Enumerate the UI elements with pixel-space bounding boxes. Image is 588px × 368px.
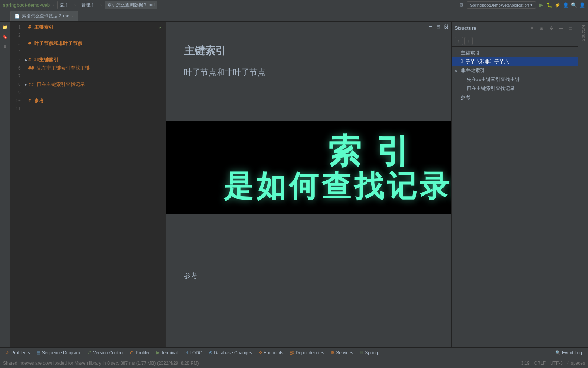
- tab-close-button[interactable]: ×: [72, 14, 74, 18]
- tree-item-reference[interactable]: 参考: [452, 93, 578, 102]
- code-line-5: 5 ▸ # 非主键索引: [10, 56, 166, 64]
- tree-item-primary-key[interactable]: 主键索引: [452, 48, 578, 57]
- structure-tree: 主键索引 叶子节点和非叶子节点 ∨ 非主键索引 先在非主键索引查找主键 再在主键…: [452, 47, 578, 347]
- tree-item-leaf-node[interactable]: 叶子节点和非叶子节点: [452, 57, 578, 66]
- structure-action-minimize[interactable]: —: [557, 24, 565, 32]
- line-content-10: # 参考: [28, 97, 164, 104]
- preview-list-icon[interactable]: ☰: [428, 24, 434, 30]
- statusbar-crlf: CRLF: [530, 361, 546, 366]
- tab-label: 索引怎么查询数据？.md: [22, 13, 69, 19]
- search-button[interactable]: 🔍: [571, 2, 577, 8]
- bottom-tab-sequence[interactable]: ▤ Sequence Diagram: [34, 349, 83, 356]
- terminal-icon: ▶: [156, 350, 159, 355]
- code-lines: 1 # 主键索引 ✓ 2 3 # 叶子节点和非叶子节点 4: [10, 22, 166, 347]
- tree-label-5: 再在主键索引查找记录: [467, 85, 515, 92]
- editor-tabbar: 📄 索引怎么查询数据？.md ×: [0, 10, 588, 22]
- structure-action-grid[interactable]: ⊞: [538, 24, 546, 32]
- bottom-tab-eventlog[interactable]: 🔍 Event Log: [552, 349, 585, 356]
- bottom-tab-spring[interactable]: ⚛ Spring: [357, 349, 381, 356]
- debug-button[interactable]: 🐛: [546, 2, 552, 8]
- sidebar-structure-icon[interactable]: ≡: [1, 42, 9, 51]
- tree-item-find-record[interactable]: 再在主键索引查找记录: [452, 84, 578, 93]
- right-sidebar-structure-label[interactable]: Structure: [581, 22, 585, 44]
- structure-actions: ≡ ⊞ ⚙ — □: [528, 24, 575, 32]
- line-content-5: # 非主键索引: [28, 57, 164, 63]
- left-sidebar: 📁 🔖 ≡: [0, 22, 10, 347]
- statusbar-message: Shared indexes are downloaded for Maven …: [3, 361, 199, 366]
- line-number-2: 2: [12, 33, 24, 38]
- run-config-dropdown-icon: ▾: [530, 3, 533, 7]
- profiler-icon: ⏱: [130, 351, 134, 355]
- vcs-icon: ⎇: [86, 350, 91, 355]
- structure-action-settings[interactable]: ⚙: [547, 24, 555, 32]
- big-overlay: 索 引 是如何查找记录的？: [166, 121, 451, 214]
- profile-button[interactable]: 👤: [563, 2, 569, 8]
- structure-action-list[interactable]: ≡: [528, 24, 536, 32]
- bottom-tab-dependencies[interactable]: ⛓ Dependencies: [287, 349, 327, 356]
- line-number-10: 10: [12, 98, 24, 103]
- run-button[interactable]: ▶: [538, 2, 544, 8]
- overlay-line1: 索 引: [223, 133, 451, 170]
- structure-filter-bar: ↑ ↓: [452, 35, 578, 47]
- eventlog-label: Event Log: [562, 350, 582, 355]
- tree-item-secondary-key[interactable]: ∨ 非主键索引: [452, 66, 578, 75]
- bottom-tab-vcs[interactable]: ⎇ Version Control: [84, 349, 126, 356]
- line-fold-5[interactable]: ▸: [24, 58, 28, 62]
- code-line-4: 4: [10, 48, 166, 56]
- titlebar-sep3: ›: [100, 3, 102, 8]
- preview-toolbar: ☰ ⊞ 🖼: [166, 22, 451, 32]
- titlebar-tab2: 管理库: [79, 1, 97, 9]
- tree-label-3: 非主键索引: [461, 67, 485, 74]
- sequence-icon: ▤: [37, 350, 40, 355]
- line-fold-8[interactable]: ▸: [24, 83, 28, 87]
- statusbar: Shared indexes are downloaded for Maven …: [0, 358, 588, 368]
- sidebar-bookmark-icon[interactable]: 🔖: [1, 33, 9, 41]
- sidebar-project-icon[interactable]: 📁: [1, 23, 9, 31]
- preview-content: 主键索引 叶子节点和非叶子节点 索 引 是如何查找记录的？ 参考: [166, 32, 451, 347]
- sequence-label: Sequence Diagram: [42, 350, 80, 355]
- line-content-3: # 叶子节点和非叶子节点: [28, 40, 164, 47]
- preview-split-icon[interactable]: ⊞: [435, 24, 441, 30]
- filter-up-button[interactable]: ↑: [455, 37, 463, 45]
- profiler-label: Profiler: [135, 350, 150, 355]
- titlebar-current-file: 索引怎么查询数据？.md: [105, 1, 157, 9]
- bottom-tab-todo[interactable]: ☑ TODO: [182, 349, 205, 356]
- settings-icon[interactable]: ⚙: [458, 2, 464, 8]
- filter-down-button[interactable]: ↓: [464, 37, 473, 45]
- problems-label: Problems: [11, 350, 30, 355]
- bottom-tab-problems[interactable]: ⚠ Problems: [3, 349, 33, 356]
- line-number-9: 9: [12, 90, 24, 95]
- tree-label-6: 参考: [461, 94, 470, 101]
- dependencies-icon: ⛓: [290, 351, 294, 355]
- code-line-10: 10 # 参考: [10, 97, 166, 105]
- bottom-tab-terminal[interactable]: ▶ Terminal: [153, 349, 180, 356]
- coverage-button[interactable]: ⚡: [555, 2, 561, 8]
- tree-label-2: 叶子节点和非叶子节点: [461, 58, 509, 65]
- run-config-selector[interactable]: SpringbootDemoWebApplication ▾: [467, 1, 536, 9]
- titlebar-left: springboot-demo-web › 益库 › 管理库 › 索引怎么查询数…: [3, 1, 455, 9]
- bottom-tab-profiler[interactable]: ⏱ Profiler: [127, 349, 153, 356]
- preview-image-icon[interactable]: 🖼: [442, 24, 448, 30]
- code-line-8: 8 ▸ ## 再在主键索引查找记录: [10, 80, 166, 88]
- statusbar-position: 3:19: [515, 361, 529, 366]
- code-line-2: 2: [10, 31, 166, 39]
- line-number-1: 1: [12, 25, 24, 30]
- preview-h1-primary: 主键索引: [184, 44, 434, 58]
- vcs-label: Version Control: [93, 350, 123, 355]
- line-content-8: ## 再在主键索引查找记录: [28, 81, 164, 88]
- statusbar-indent: 4 spaces: [563, 361, 585, 366]
- bottom-tab-endpoints[interactable]: ⊹ Endpoints: [256, 349, 286, 356]
- eventlog-icon: 🔍: [555, 350, 561, 355]
- bottom-tab-services[interactable]: ⚙ Services: [328, 349, 356, 356]
- dependencies-label: Dependencies: [295, 350, 324, 355]
- line-number-4: 4: [12, 49, 24, 54]
- tree-item-find-primary[interactable]: 先在非主键索引查找主键: [452, 75, 578, 84]
- structure-action-close[interactable]: □: [566, 24, 575, 32]
- editor-tab-md[interactable]: 📄 索引怎么查询数据？.md ×: [10, 11, 78, 21]
- code-editor: 1 # 主键索引 ✓ 2 3 # 叶子节点和非叶子节点 4: [10, 22, 166, 347]
- line-number-7: 7: [12, 74, 24, 79]
- titlebar: springboot-demo-web › 益库 › 管理库 › 索引怎么查询数…: [0, 0, 588, 10]
- endpoints-icon: ⊹: [259, 350, 262, 355]
- spring-label: Spring: [365, 350, 378, 355]
- bottom-tab-dbchanges[interactable]: ⊙ Database Changes: [206, 349, 255, 356]
